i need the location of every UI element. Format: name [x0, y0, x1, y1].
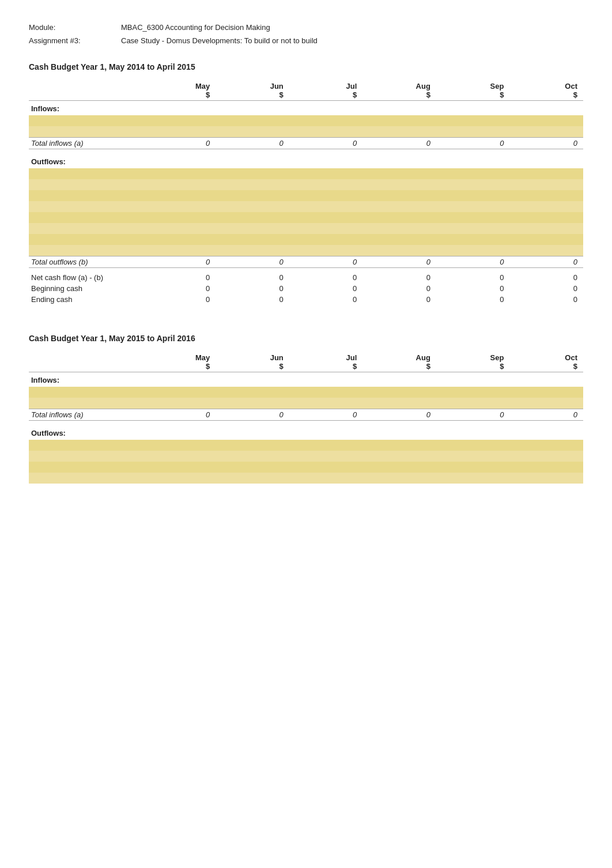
budget1-section: Cash Budget Year 1, May 2014 to April 20… — [29, 62, 583, 305]
budget1-outflow-row-2 — [29, 190, 583, 201]
budget2-header-may: May $ — [142, 351, 216, 372]
budget2-total-inflows-label: Total inflows (a) — [29, 409, 142, 421]
budget1-title: Cash Budget Year 1, May 2014 to April 20… — [29, 62, 583, 71]
budget1-outflow-row-0 — [29, 168, 583, 179]
budget2-inflows-label: Inflows: — [29, 372, 142, 387]
budget2-inflows-label-row: Inflows: — [29, 372, 583, 387]
budget2-header-oct: Oct $ — [509, 351, 583, 372]
budget1-outflow-row-7 — [29, 245, 583, 256]
budget1-beginning-cash-label: Beginning cash — [29, 283, 142, 294]
budget1-total-outflows-label: Total outflows (b) — [29, 256, 142, 267]
module-value: MBAC_6300 Accounting for Decision Making — [121, 23, 270, 32]
module-row: Module: MBAC_6300 Accounting for Decisio… — [29, 23, 583, 32]
budget1-header-row: May $ Jun $ Jul $ Aug $ Sep $ — [29, 80, 583, 101]
budget2-header-sep: Sep $ — [436, 351, 510, 372]
budget1-total-outflows-row: Total outflows (b) 0 0 0 0 0 0 — [29, 256, 583, 267]
budget2-header-aug: Aug $ — [362, 351, 436, 372]
assignment-row: Assignment #3: Case Study - Domus Develo… — [29, 36, 583, 45]
budget1-total-inflows-sep: 0 — [436, 138, 510, 149]
budget1-header-jun: Jun $ — [216, 80, 289, 101]
budget1-outflow-row-3 — [29, 201, 583, 212]
budget1-table: May $ Jun $ Jul $ Aug $ Sep $ — [29, 80, 583, 305]
budget2-outflow-row-2 — [29, 462, 583, 473]
budget2-header-empty — [29, 351, 142, 372]
budget1-inflow-row-1 — [29, 126, 583, 138]
budget1-net-cash-flow-row: Net cash flow (a) - (b) 0 0 0 0 0 0 — [29, 272, 583, 283]
budget1-outflow-row-6 — [29, 234, 583, 245]
budget1-ending-cash-label: Ending cash — [29, 294, 142, 305]
budget2-total-inflows-row: Total inflows (a) 0 0 0 0 0 0 — [29, 409, 583, 421]
budget1-header-jul: Jul $ — [289, 80, 362, 101]
budget2-section: Cash Budget Year 1, May 2015 to April 20… — [29, 334, 583, 484]
budget2-spacer1 — [29, 421, 583, 425]
budget1-header-empty — [29, 80, 142, 101]
assignment-value: Case Study - Domus Developments: To buil… — [121, 36, 318, 45]
meta-section: Module: MBAC_6300 Accounting for Decisio… — [29, 23, 583, 45]
budget1-net-cash-flow-label: Net cash flow (a) - (b) — [29, 272, 142, 283]
budget1-outflow-row-1 — [29, 179, 583, 190]
budget2-outflow-row-3 — [29, 473, 583, 484]
budget1-inflows-label-row: Inflows: — [29, 101, 583, 116]
budget1-total-inflows-jul: 0 — [289, 138, 362, 149]
budget1-header-aug: Aug $ — [362, 80, 436, 101]
assignment-label: Assignment #3: — [29, 36, 121, 45]
budget1-total-inflows-may: 0 — [142, 138, 216, 149]
budget2-inflow-row-1 — [29, 398, 583, 409]
budget2-header-row: May $ Jun $ Jul $ Aug $ Sep $ — [29, 351, 583, 372]
budget1-inflows-label: Inflows: — [29, 101, 142, 116]
budget2-table: May $ Jun $ Jul $ Aug $ Sep $ — [29, 351, 583, 484]
budget1-total-inflows-jun: 0 — [216, 138, 289, 149]
budget2-outflow-row-0 — [29, 440, 583, 451]
budget1-outflows-label: Outflows: — [29, 154, 142, 168]
budget1-total-inflows-row: Total inflows (a) 0 0 0 0 0 0 — [29, 138, 583, 149]
budget1-total-inflows-label: Total inflows (a) — [29, 138, 142, 149]
budget2-header-jul: Jul $ — [289, 351, 362, 372]
budget2-outflows-label-row: Outflows: — [29, 425, 583, 440]
budget1-outflow-row-4 — [29, 212, 583, 223]
budget1-outflows-label-row: Outflows: — [29, 154, 583, 168]
budget1-total-inflows-aug: 0 — [362, 138, 436, 149]
budget2-outflows-label: Outflows: — [29, 425, 142, 440]
budget1-spacer1 — [29, 149, 583, 154]
module-label: Module: — [29, 23, 121, 32]
budget1-header-sep: Sep $ — [436, 80, 510, 101]
budget2-outflow-row-1 — [29, 451, 583, 462]
budget1-spacer2 — [29, 267, 583, 272]
budget1-header-may: May $ — [142, 80, 216, 101]
budget1-beginning-cash-row: Beginning cash 0 0 0 0 0 0 — [29, 283, 583, 294]
budget2-inflow-row-0 — [29, 387, 583, 398]
budget2-header-jun: Jun $ — [216, 351, 289, 372]
budget1-inflow-row-0 — [29, 115, 583, 126]
budget1-ending-cash-row: Ending cash 0 0 0 0 0 0 — [29, 294, 583, 305]
budget1-total-inflows-oct: 0 — [509, 138, 583, 149]
budget2-title: Cash Budget Year 1, May 2015 to April 20… — [29, 334, 583, 343]
budget1-header-oct: Oct $ — [509, 80, 583, 101]
budget1-outflow-row-5 — [29, 223, 583, 234]
